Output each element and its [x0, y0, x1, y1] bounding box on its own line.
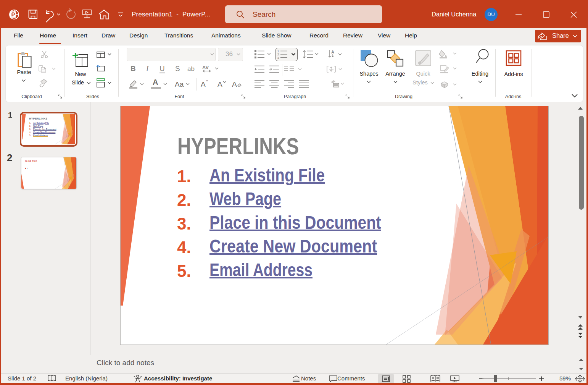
- svg-text:3: 3: [277, 56, 279, 59]
- svg-text:AV: AV: [202, 65, 209, 70]
- svg-text:A: A: [331, 50, 334, 54]
